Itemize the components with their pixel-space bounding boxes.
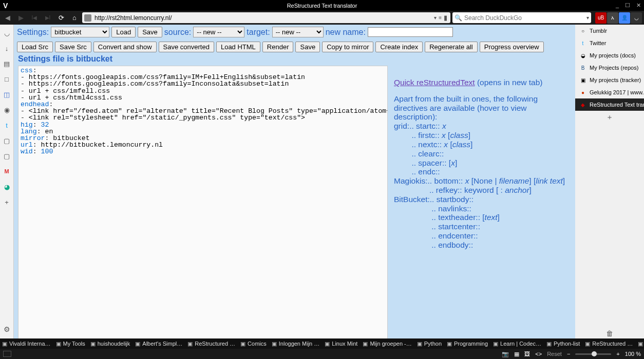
notif-icon[interactable]: 👤 xyxy=(619,12,630,24)
trash-icon[interactable]: 🗑 xyxy=(606,329,613,337)
tb2-btn-9[interactable]: Regenerate all xyxy=(425,42,478,52)
forward-icon[interactable]: ▶ xyxy=(15,12,27,24)
close-button[interactable]: ✕ xyxy=(636,2,641,9)
newname-label: new name: xyxy=(326,28,366,37)
newname-input[interactable] xyxy=(368,27,453,37)
tb2-btn-10[interactable]: Progress overview xyxy=(480,42,544,52)
twitter-panel-icon[interactable]: t xyxy=(3,121,11,129)
folder-icon: ▣ xyxy=(240,341,245,347)
screenshot-icon[interactable]: 📷 xyxy=(502,351,509,357)
bookmark-3[interactable]: ▣Albert's Simpl… xyxy=(135,341,182,347)
maximize-button[interactable]: ☐ xyxy=(625,2,630,9)
bookmarks-panel-icon[interactable]: ◡ xyxy=(3,29,11,37)
fastfwd-icon[interactable]: ▶I xyxy=(42,12,53,24)
bookmark-4[interactable]: ▣ReStructured … xyxy=(187,341,235,347)
gmail-panel-icon[interactable]: M xyxy=(3,167,11,175)
url-field[interactable]: ▾ ≡ ▮ xyxy=(82,12,450,23)
reader-icon[interactable]: ▮ xyxy=(444,14,447,22)
doc-panel-icon[interactable]: □ xyxy=(3,75,11,83)
zoom-value: 100 % xyxy=(625,351,641,357)
home-icon[interactable]: ⌂ xyxy=(69,12,80,24)
code-box[interactable]: css: - https://fonts.googleapis.com/css?… xyxy=(18,66,388,345)
app-logo-icon: V xyxy=(3,2,8,10)
contacts-panel-icon[interactable]: ◫ xyxy=(3,90,11,98)
save-button[interactable]: Save xyxy=(138,27,162,37)
search-field[interactable]: 🔍 ▾ xyxy=(452,12,591,23)
folder-icon: ▣ xyxy=(187,341,193,347)
whatsapp-panel-icon[interactable]: ◕ xyxy=(3,183,11,191)
pocket-icon[interactable]: ◡ xyxy=(631,12,642,24)
ref-line: BitBucket:.. startbody:: xyxy=(394,195,569,204)
tb2-btn-7[interactable]: Copy to mirror xyxy=(322,42,373,52)
search-dropdown-icon[interactable]: ▾ xyxy=(586,15,589,21)
ref-line: .. navlinks:: xyxy=(394,204,569,213)
tb2-btn-1[interactable]: Save Src xyxy=(55,42,91,52)
target-panel-icon[interactable]: ◉ xyxy=(3,106,11,114)
bookmark-11[interactable]: ▣Learn | Codec… xyxy=(493,341,541,347)
source-select[interactable]: -- new -- xyxy=(193,27,244,37)
ublock-icon[interactable]: uB xyxy=(595,12,607,24)
tiling-icon[interactable]: ▦ xyxy=(514,351,519,357)
tb2-btn-2[interactable]: Convert and show xyxy=(93,42,157,52)
tab-5[interactable]: ●Gelukkig 2017 | www.mag xyxy=(575,86,644,98)
tb2-btn-3[interactable]: Save converted xyxy=(159,42,214,52)
downloads-panel-icon[interactable]: ↓ xyxy=(3,44,11,52)
rss-icon[interactable]: እ xyxy=(607,12,618,24)
url-expand-icon[interactable]: ≡ xyxy=(439,15,442,21)
reference-panel: Quick reStructuredText (opens in new tab… xyxy=(392,66,571,345)
tab-4[interactable]: ▣My projects (tracker) xyxy=(575,74,644,86)
tab-icon: B xyxy=(579,64,586,71)
images-icon[interactable]: 🖼 xyxy=(524,351,530,357)
settings-select[interactable]: bitbucket xyxy=(51,27,109,37)
tab-6[interactable]: ◆ReStructured Text transla xyxy=(575,98,644,111)
bookmark-9[interactable]: ▣Python xyxy=(417,341,442,347)
bookmark-12[interactable]: ▣Python-list xyxy=(546,341,580,347)
bookmark-6[interactable]: ▣Inloggen Mijn … xyxy=(272,341,320,347)
bookmark-0[interactable]: ▣Vivaldi Interna… xyxy=(2,341,51,347)
folder-icon: ▣ xyxy=(638,341,643,347)
rewind-icon[interactable]: I◀ xyxy=(29,12,40,24)
page2-panel-icon[interactable]: ▢ xyxy=(3,152,11,160)
settings-label: Settings: xyxy=(17,28,49,37)
tb2-btn-4[interactable]: Load HTML xyxy=(216,42,260,52)
panel-toggle-icon[interactable] xyxy=(3,351,11,357)
minimize-button[interactable]: _ xyxy=(616,2,619,9)
zoom-slider[interactable] xyxy=(575,353,611,355)
bookmark-2[interactable]: ▣huishoudelijk xyxy=(90,341,130,347)
tb2-btn-5[interactable]: Render xyxy=(262,42,294,52)
tb2-btn-8[interactable]: Create index xyxy=(375,42,423,52)
quick-rst-link[interactable]: Quick reStructuredText xyxy=(394,78,475,87)
bookmark-10[interactable]: ▣Programming xyxy=(447,341,488,347)
bookmark-8[interactable]: ▣Mijn groepen -… xyxy=(363,341,411,347)
zoom-reset[interactable]: Reset xyxy=(547,351,562,357)
zoom-out-icon[interactable]: − xyxy=(567,351,570,357)
search-input[interactable] xyxy=(464,14,586,22)
tab-2[interactable]: ◒My projects (docs) xyxy=(575,49,644,62)
url-input[interactable] xyxy=(94,14,433,22)
settings-panel-icon[interactable]: ⚙ xyxy=(3,325,11,333)
tb2-btn-6[interactable]: Save xyxy=(295,42,320,52)
ref-line: .. endc:: xyxy=(394,167,569,176)
bookmark-14[interactable]: ▣mypages xyxy=(638,341,644,347)
tab-0[interactable]: ○Tumblr xyxy=(575,25,644,37)
url-dropdown-icon[interactable]: ▾ xyxy=(434,15,437,21)
ref-line: grid:.. startc:: x xyxy=(394,122,569,131)
load-button[interactable]: Load xyxy=(111,27,136,37)
ref-line: .. firstc:: x [class] xyxy=(394,131,569,140)
zoom-in-icon[interactable]: + xyxy=(616,351,619,357)
reload-icon[interactable]: ⟳ xyxy=(55,12,67,24)
bookmark-1[interactable]: ▣My Tools xyxy=(56,341,85,347)
bookmark-13[interactable]: ▣ReStructured … xyxy=(585,341,633,347)
add-panel-icon[interactable]: + xyxy=(3,198,11,206)
back-icon[interactable]: ◀ xyxy=(2,12,13,24)
tab-1[interactable]: tTwitter xyxy=(575,37,644,49)
tab-3[interactable]: BMy Projects (repos) xyxy=(575,62,644,74)
code-icon[interactable]: <> xyxy=(535,351,542,357)
new-tab-button[interactable]: ＋ xyxy=(575,111,644,124)
bookmark-7[interactable]: ▣Linux Mint xyxy=(325,341,357,347)
notes-panel-icon[interactable]: ▤ xyxy=(3,59,11,68)
target-select[interactable]: -- new -- xyxy=(272,27,324,37)
tb2-btn-0[interactable]: Load Src xyxy=(17,42,53,52)
page-panel-icon[interactable]: ▢ xyxy=(3,136,11,145)
bookmark-5[interactable]: ▣Comics xyxy=(240,341,267,347)
